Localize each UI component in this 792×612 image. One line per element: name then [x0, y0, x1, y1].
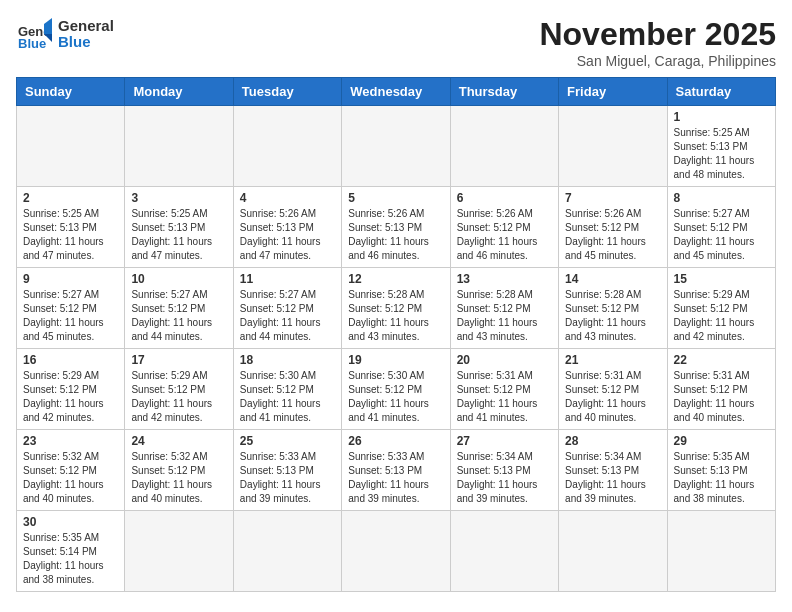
calendar-week-4: 16Sunrise: 5:29 AM Sunset: 5:12 PM Dayli… — [17, 349, 776, 430]
logo-general: General — [58, 18, 114, 35]
day-info: Sunrise: 5:34 AM Sunset: 5:13 PM Dayligh… — [457, 450, 552, 506]
day-info: Sunrise: 5:35 AM Sunset: 5:13 PM Dayligh… — [674, 450, 769, 506]
day-info: Sunrise: 5:27 AM Sunset: 5:12 PM Dayligh… — [23, 288, 118, 344]
day-info: Sunrise: 5:25 AM Sunset: 5:13 PM Dayligh… — [23, 207, 118, 263]
calendar-cell: 28Sunrise: 5:34 AM Sunset: 5:13 PM Dayli… — [559, 430, 667, 511]
calendar-cell: 24Sunrise: 5:32 AM Sunset: 5:12 PM Dayli… — [125, 430, 233, 511]
day-number: 1 — [674, 110, 769, 124]
svg-marker-2 — [44, 18, 52, 34]
day-info: Sunrise: 5:33 AM Sunset: 5:13 PM Dayligh… — [348, 450, 443, 506]
calendar-cell: 26Sunrise: 5:33 AM Sunset: 5:13 PM Dayli… — [342, 430, 450, 511]
calendar-cell: 10Sunrise: 5:27 AM Sunset: 5:12 PM Dayli… — [125, 268, 233, 349]
calendar-cell: 7Sunrise: 5:26 AM Sunset: 5:12 PM Daylig… — [559, 187, 667, 268]
day-number: 29 — [674, 434, 769, 448]
calendar-cell: 5Sunrise: 5:26 AM Sunset: 5:13 PM Daylig… — [342, 187, 450, 268]
day-number: 18 — [240, 353, 335, 367]
calendar-cell: 22Sunrise: 5:31 AM Sunset: 5:12 PM Dayli… — [667, 349, 775, 430]
calendar-cell: 2Sunrise: 5:25 AM Sunset: 5:13 PM Daylig… — [17, 187, 125, 268]
day-number: 23 — [23, 434, 118, 448]
calendar-week-3: 9Sunrise: 5:27 AM Sunset: 5:12 PM Daylig… — [17, 268, 776, 349]
day-number: 12 — [348, 272, 443, 286]
day-info: Sunrise: 5:29 AM Sunset: 5:12 PM Dayligh… — [674, 288, 769, 344]
day-info: Sunrise: 5:27 AM Sunset: 5:12 PM Dayligh… — [240, 288, 335, 344]
day-number: 15 — [674, 272, 769, 286]
calendar-cell: 8Sunrise: 5:27 AM Sunset: 5:12 PM Daylig… — [667, 187, 775, 268]
day-info: Sunrise: 5:31 AM Sunset: 5:12 PM Dayligh… — [565, 369, 660, 425]
calendar-cell — [667, 511, 775, 592]
calendar-cell: 6Sunrise: 5:26 AM Sunset: 5:12 PM Daylig… — [450, 187, 558, 268]
calendar-cell: 23Sunrise: 5:32 AM Sunset: 5:12 PM Dayli… — [17, 430, 125, 511]
day-info: Sunrise: 5:29 AM Sunset: 5:12 PM Dayligh… — [131, 369, 226, 425]
calendar-cell: 12Sunrise: 5:28 AM Sunset: 5:12 PM Dayli… — [342, 268, 450, 349]
calendar-week-6: 30Sunrise: 5:35 AM Sunset: 5:14 PM Dayli… — [17, 511, 776, 592]
day-info: Sunrise: 5:28 AM Sunset: 5:12 PM Dayligh… — [457, 288, 552, 344]
calendar-cell — [342, 106, 450, 187]
calendar-cell — [233, 106, 341, 187]
day-number: 6 — [457, 191, 552, 205]
calendar-cell — [450, 106, 558, 187]
day-info: Sunrise: 5:33 AM Sunset: 5:13 PM Dayligh… — [240, 450, 335, 506]
calendar-cell: 4Sunrise: 5:26 AM Sunset: 5:13 PM Daylig… — [233, 187, 341, 268]
day-number: 21 — [565, 353, 660, 367]
day-info: Sunrise: 5:25 AM Sunset: 5:13 PM Dayligh… — [131, 207, 226, 263]
calendar-cell: 17Sunrise: 5:29 AM Sunset: 5:12 PM Dayli… — [125, 349, 233, 430]
calendar-week-2: 2Sunrise: 5:25 AM Sunset: 5:13 PM Daylig… — [17, 187, 776, 268]
day-number: 30 — [23, 515, 118, 529]
weekday-header-monday: Monday — [125, 78, 233, 106]
day-number: 19 — [348, 353, 443, 367]
calendar-cell: 27Sunrise: 5:34 AM Sunset: 5:13 PM Dayli… — [450, 430, 558, 511]
calendar-cell: 21Sunrise: 5:31 AM Sunset: 5:12 PM Dayli… — [559, 349, 667, 430]
weekday-header-wednesday: Wednesday — [342, 78, 450, 106]
day-number: 27 — [457, 434, 552, 448]
day-number: 7 — [565, 191, 660, 205]
day-info: Sunrise: 5:25 AM Sunset: 5:13 PM Dayligh… — [674, 126, 769, 182]
calendar-table: SundayMondayTuesdayWednesdayThursdayFrid… — [16, 77, 776, 592]
day-info: Sunrise: 5:28 AM Sunset: 5:12 PM Dayligh… — [348, 288, 443, 344]
day-number: 16 — [23, 353, 118, 367]
calendar-cell: 18Sunrise: 5:30 AM Sunset: 5:12 PM Dayli… — [233, 349, 341, 430]
day-number: 24 — [131, 434, 226, 448]
title-area: November 2025 San Miguel, Caraga, Philip… — [539, 16, 776, 69]
weekday-header-row: SundayMondayTuesdayWednesdayThursdayFrid… — [17, 78, 776, 106]
calendar-cell: 14Sunrise: 5:28 AM Sunset: 5:12 PM Dayli… — [559, 268, 667, 349]
calendar-cell: 29Sunrise: 5:35 AM Sunset: 5:13 PM Dayli… — [667, 430, 775, 511]
day-info: Sunrise: 5:34 AM Sunset: 5:13 PM Dayligh… — [565, 450, 660, 506]
calendar-cell: 19Sunrise: 5:30 AM Sunset: 5:12 PM Dayli… — [342, 349, 450, 430]
calendar-cell: 15Sunrise: 5:29 AM Sunset: 5:12 PM Dayli… — [667, 268, 775, 349]
day-info: Sunrise: 5:29 AM Sunset: 5:12 PM Dayligh… — [23, 369, 118, 425]
calendar-cell — [125, 511, 233, 592]
month-title: November 2025 — [539, 16, 776, 53]
logo-blue: Blue — [58, 34, 114, 51]
weekday-header-sunday: Sunday — [17, 78, 125, 106]
weekday-header-thursday: Thursday — [450, 78, 558, 106]
calendar-cell: 3Sunrise: 5:25 AM Sunset: 5:13 PM Daylig… — [125, 187, 233, 268]
day-number: 4 — [240, 191, 335, 205]
calendar-cell: 16Sunrise: 5:29 AM Sunset: 5:12 PM Dayli… — [17, 349, 125, 430]
logo: General Blue General Blue — [16, 16, 114, 52]
day-number: 13 — [457, 272, 552, 286]
page-header: General Blue General Blue November 2025 … — [16, 16, 776, 69]
day-info: Sunrise: 5:31 AM Sunset: 5:12 PM Dayligh… — [457, 369, 552, 425]
calendar-cell — [233, 511, 341, 592]
calendar-cell: 9Sunrise: 5:27 AM Sunset: 5:12 PM Daylig… — [17, 268, 125, 349]
calendar-cell — [125, 106, 233, 187]
calendar-cell: 13Sunrise: 5:28 AM Sunset: 5:12 PM Dayli… — [450, 268, 558, 349]
day-info: Sunrise: 5:26 AM Sunset: 5:13 PM Dayligh… — [348, 207, 443, 263]
day-info: Sunrise: 5:28 AM Sunset: 5:12 PM Dayligh… — [565, 288, 660, 344]
day-number: 25 — [240, 434, 335, 448]
day-number: 26 — [348, 434, 443, 448]
day-info: Sunrise: 5:35 AM Sunset: 5:14 PM Dayligh… — [23, 531, 118, 587]
day-info: Sunrise: 5:32 AM Sunset: 5:12 PM Dayligh… — [131, 450, 226, 506]
day-number: 17 — [131, 353, 226, 367]
day-info: Sunrise: 5:30 AM Sunset: 5:12 PM Dayligh… — [348, 369, 443, 425]
day-number: 22 — [674, 353, 769, 367]
day-number: 5 — [348, 191, 443, 205]
day-number: 9 — [23, 272, 118, 286]
day-info: Sunrise: 5:32 AM Sunset: 5:12 PM Dayligh… — [23, 450, 118, 506]
logo-icon: General Blue — [16, 16, 52, 52]
calendar-cell: 30Sunrise: 5:35 AM Sunset: 5:14 PM Dayli… — [17, 511, 125, 592]
calendar-week-1: 1Sunrise: 5:25 AM Sunset: 5:13 PM Daylig… — [17, 106, 776, 187]
day-number: 8 — [674, 191, 769, 205]
day-number: 10 — [131, 272, 226, 286]
day-number: 3 — [131, 191, 226, 205]
